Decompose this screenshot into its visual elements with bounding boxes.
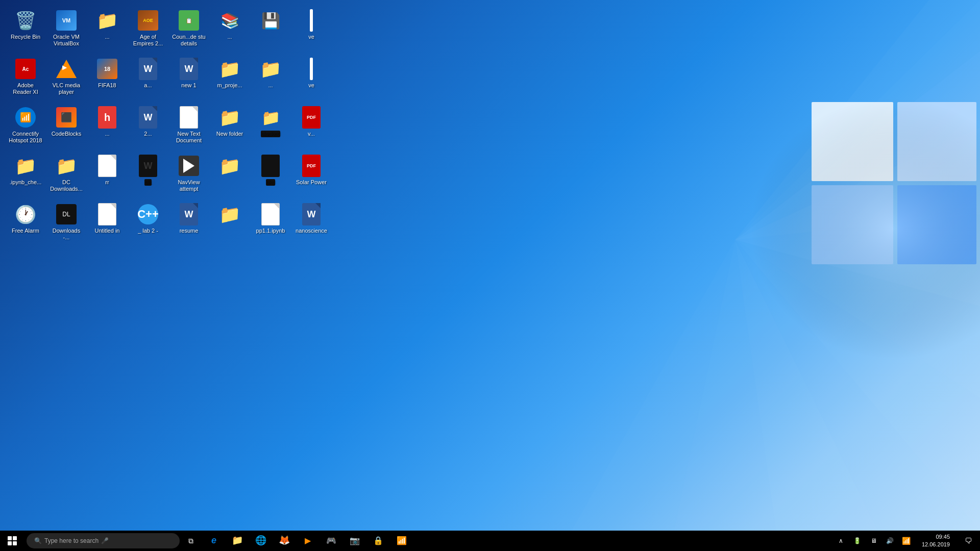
blacked-word-icon[interactable]: bkd: [250, 151, 291, 199]
network-icon: 🖥: [871, 537, 877, 544]
desktop-icons-area: 🗑️ Recycle Bin VM Oracle VM VirtualBox 📁…: [0, 0, 332, 531]
clock-date: 12.06.2019: [922, 541, 950, 548]
pp1-ipynb-icon[interactable]: pp1.1.ipynb: [250, 199, 291, 247]
edge-icon: e: [211, 535, 216, 546]
svg-marker-8: [674, 240, 776, 531]
volume-icon: 🔊: [886, 537, 894, 544]
taskbar-pinned-apps: e 📁 🌐 🦊 ▶ 🎮 📷 🔒 📶: [203, 531, 835, 551]
svg-marker-10: [735, 0, 980, 240]
taskbar-firefox-button[interactable]: 🦊: [273, 531, 296, 551]
new-text-document-icon[interactable]: New Text Document: [168, 102, 209, 151]
clock-time: 09:45: [922, 533, 950, 541]
word-ve-icon: ve: [291, 54, 332, 102]
svg-point-15: [679, 82, 980, 408]
taskbar-vlc-button[interactable]: ▶: [297, 531, 319, 551]
taskbar-chrome-button[interactable]: 🌐: [250, 531, 272, 551]
oracle-vm-icon[interactable]: VM Oracle VM VirtualBox: [46, 5, 87, 54]
folder-icon-5[interactable]: 📁: [209, 151, 250, 199]
svg-rect-14: [897, 185, 976, 264]
task-view-button[interactable]: ⧉: [182, 531, 200, 551]
svg-rect-13: [812, 185, 893, 264]
taskbar-explorer-button[interactable]: 📁: [226, 531, 249, 551]
taskbar-app8-button[interactable]: 🔒: [367, 531, 389, 551]
rr-file-icon[interactable]: rr: [87, 151, 128, 199]
tray-volume[interactable]: 🔊: [884, 531, 896, 551]
start-button[interactable]: [0, 531, 24, 551]
explorer-icon: 📁: [232, 535, 243, 546]
tray-battery[interactable]: 🔋: [851, 531, 864, 551]
search-icon: 🔍: [34, 537, 42, 544]
new-folder-icon[interactable]: 📁 New folder: [209, 102, 250, 151]
fifa18-icon[interactable]: 18 FIFA18: [87, 54, 128, 102]
vlc-taskbar-icon: ▶: [305, 536, 311, 545]
task-view-icon: ⧉: [188, 537, 193, 545]
nanoscience-icon[interactable]: W nanoscience: [291, 199, 332, 247]
firefox-icon: 🦊: [279, 535, 290, 546]
downloads-icon[interactable]: DL Downloads -...: [46, 199, 87, 247]
vlc-icon[interactable]: ▶ VLC media player: [46, 54, 87, 102]
folder-blacked-icon[interactable]: 📁 blacked: [250, 102, 291, 151]
taskbar-app6-button[interactable]: 🎮: [320, 531, 342, 551]
chevron-up-icon: ∧: [839, 537, 843, 544]
wifi-tray-icon: 📶: [902, 537, 911, 545]
partial-icon-1: ve: [291, 5, 332, 54]
word-blacked-3-icon[interactable]: W blk: [128, 151, 168, 199]
tray-chevron[interactable]: ∧: [835, 531, 847, 551]
untitled-in-icon[interactable]: Untitled in: [87, 199, 128, 247]
age-of-empires-icon[interactable]: AOE Age of Empires 2...: [128, 5, 168, 54]
wifi-taskbar-icon: 📶: [397, 536, 407, 545]
solar-power-icon[interactable]: PDF Solar Power: [291, 151, 332, 199]
resume-word-icon[interactable]: W resume: [168, 199, 209, 247]
taskbar-wifi-button[interactable]: 📶: [390, 531, 413, 551]
system-tray: ∧ 🔋 🖥 🔊 📶 09:45 12.06.2019 🗨: [835, 531, 980, 551]
notification-button[interactable]: 🗨: [959, 531, 977, 551]
tray-wifi[interactable]: 📶: [900, 531, 913, 551]
windows-logo: [8, 536, 17, 545]
svg-marker-2: [735, 128, 980, 240]
taskbar-edge-button[interactable]: e: [203, 531, 225, 551]
connectify-icon[interactable]: 📶 Connectify Hotspot 2018: [5, 102, 46, 151]
folder-icon-3[interactable]: 📁 ...: [250, 54, 291, 102]
system-clock[interactable]: 09:45 12.06.2019: [917, 533, 955, 549]
word-doc-a-icon[interactable]: W a...: [128, 54, 168, 102]
svg-marker-9: [572, 240, 735, 531]
svg-marker-3: [735, 214, 980, 306]
tray-network[interactable]: 🖥: [868, 531, 880, 551]
search-bar[interactable]: 🔍 Type here to search 🎤: [27, 533, 180, 548]
word-blacked-2-icon[interactable]: W 2...: [128, 102, 168, 151]
folder-icon-1[interactable]: 📁 ...: [87, 5, 128, 54]
countdown-details-icon[interactable]: 📋 Coun...de stu details: [168, 5, 209, 54]
folder-icon-6[interactable]: 📁: [209, 199, 250, 247]
desktop-light-effect: [368, 0, 980, 531]
navview-attempt-icon[interactable]: NavView attempt: [168, 151, 209, 199]
app-green-icon[interactable]: 📚 ...: [209, 5, 250, 54]
h-file-icon[interactable]: h ...: [87, 102, 128, 151]
disk-icon[interactable]: 💾: [250, 5, 291, 54]
chrome-icon: 🌐: [255, 535, 266, 546]
ipynb-folder-icon[interactable]: 📁 .ipynb_che...: [5, 151, 46, 199]
battery-icon: 🔋: [853, 537, 861, 544]
app8-icon: 🔒: [373, 536, 383, 545]
search-placeholder: Type here to search: [44, 537, 99, 544]
app6-icon: 🎮: [326, 536, 336, 545]
taskbar: 🔍 Type here to search 🎤 ⧉ e 📁 🌐 🦊 ▶ 🎮 📷: [0, 531, 980, 551]
dc-downloads-icon[interactable]: 📁 DC Downloads...: [46, 151, 87, 199]
codeblocks-icon[interactable]: ⬛ CodeBlocks: [46, 102, 87, 151]
svg-marker-0: [735, 0, 980, 240]
lab2-cpp-icon[interactable]: C++ _ lab 2 -: [128, 199, 168, 247]
new1-icon[interactable]: W new 1: [168, 54, 209, 102]
app7-icon: 📷: [350, 536, 360, 545]
recycle-bin-icon[interactable]: 🗑️ Recycle Bin: [5, 5, 46, 54]
svg-marker-4: [735, 240, 980, 398]
taskbar-app7-button[interactable]: 📷: [344, 531, 366, 551]
notification-icon: 🗨: [965, 537, 972, 545]
svg-marker-7: [735, 240, 878, 531]
svg-marker-1: [735, 51, 980, 240]
adobe-reader-icon[interactable]: Ac Adobe Reader XI: [5, 54, 46, 102]
free-alarm-icon[interactable]: 🕐 Free Alarm: [5, 199, 46, 247]
pdf-v-icon[interactable]: PDF v...: [291, 102, 332, 151]
svg-rect-11: [812, 102, 893, 181]
microphone-icon[interactable]: 🎤: [101, 537, 109, 544]
svg-marker-5: [735, 240, 980, 531]
folder-mproje-icon[interactable]: 📁 m_proje...: [209, 54, 250, 102]
